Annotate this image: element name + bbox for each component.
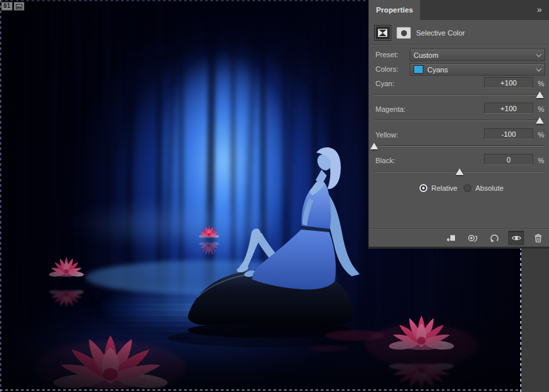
clip-to-layer-button[interactable] bbox=[443, 231, 459, 245]
radio-button-icon[interactable] bbox=[419, 184, 427, 192]
panel-header: Properties » bbox=[369, 0, 549, 20]
image-badge bbox=[14, 2, 24, 11]
colors-label: Colors: bbox=[375, 65, 398, 73]
cyan-slider-track[interactable] bbox=[374, 94, 545, 95]
radio-button-icon[interactable] bbox=[464, 184, 471, 192]
yellow-unit: % bbox=[538, 131, 544, 139]
properties-panel: Properties » Selective Color Preset: Cus… bbox=[368, 0, 549, 249]
reset-icon bbox=[489, 233, 500, 243]
cyan-value-input[interactable] bbox=[484, 77, 533, 88]
cyans-swatch bbox=[414, 65, 423, 74]
absolute-label: Absolute bbox=[475, 184, 504, 192]
panel-footer bbox=[369, 228, 549, 247]
selection-ants-left bbox=[0, 0, 1, 392]
preset-value: Custom bbox=[414, 51, 536, 59]
black-slider-handle[interactable] bbox=[456, 168, 464, 175]
frame-number-badge: 01 bbox=[1, 2, 12, 11]
adjustment-title: Selective Color bbox=[416, 29, 465, 37]
cyan-slider-handle[interactable] bbox=[536, 91, 544, 98]
selective-color-icon bbox=[374, 25, 391, 41]
panel-bottom-edge bbox=[369, 247, 549, 249]
black-label: Black: bbox=[375, 157, 395, 164]
magenta-label: Magenta: bbox=[375, 105, 406, 113]
black-value-input[interactable] bbox=[484, 154, 533, 165]
clip-to-layer-icon bbox=[446, 233, 456, 243]
view-previous-state-icon bbox=[467, 233, 479, 243]
relative-radio[interactable]: Relative bbox=[419, 184, 458, 192]
photoshop-workspace: 01 Properties » Selective Color bbox=[0, 0, 549, 392]
divider bbox=[369, 44, 549, 45]
yellow-label: Yellow: bbox=[375, 131, 398, 139]
layer-mask-icon[interactable] bbox=[396, 27, 411, 39]
yellow-value-input[interactable] bbox=[484, 128, 533, 139]
delete-trash-icon bbox=[533, 233, 543, 243]
yellow-slider-track[interactable] bbox=[374, 145, 545, 147]
collapse-panel-button[interactable]: » bbox=[537, 5, 542, 14]
magenta-value-input[interactable] bbox=[484, 103, 533, 114]
selection-ants-bottom bbox=[0, 389, 521, 391]
preset-label: Preset: bbox=[375, 51, 398, 59]
black-unit: % bbox=[538, 157, 544, 164]
absolute-radio[interactable]: Absolute bbox=[464, 184, 504, 192]
relative-label: Relative bbox=[431, 184, 458, 192]
yellow-slider-handle[interactable] bbox=[370, 143, 378, 149]
reset-adjustment-button[interactable] bbox=[487, 231, 502, 245]
preset-select[interactable]: Custom bbox=[410, 49, 545, 61]
colors-select[interactable]: Cyans bbox=[410, 63, 545, 76]
chevron-down-icon bbox=[536, 51, 541, 57]
properties-tab[interactable]: Properties bbox=[369, 0, 420, 20]
black-slider-track[interactable] bbox=[374, 171, 545, 172]
magenta-slider-track[interactable] bbox=[374, 120, 545, 121]
visibility-eye-icon bbox=[511, 233, 522, 243]
colors-value: Cyans bbox=[427, 66, 536, 74]
magenta-unit: % bbox=[538, 105, 544, 113]
visibility-eye-button[interactable] bbox=[508, 231, 524, 245]
cyan-label: Cyan: bbox=[375, 80, 394, 87]
view-previous-state-button[interactable] bbox=[465, 231, 481, 245]
delete-adjustment-button[interactable] bbox=[530, 231, 546, 245]
magenta-slider-handle[interactable] bbox=[536, 117, 544, 124]
chevron-down-icon bbox=[536, 66, 541, 71]
image-icon bbox=[16, 4, 22, 9]
cyan-unit: % bbox=[538, 80, 544, 87]
